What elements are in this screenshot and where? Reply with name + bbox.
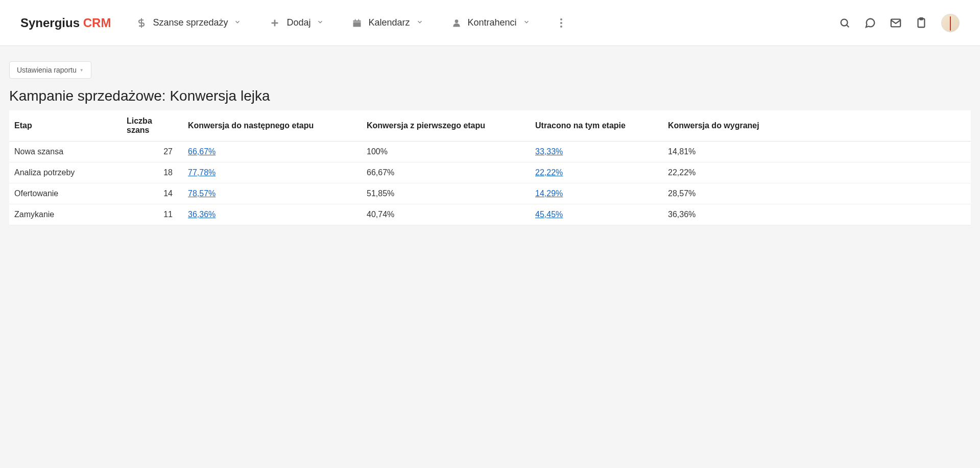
cell-next-conversion: 77,78% — [183, 162, 362, 183]
svg-rect-4 — [355, 19, 356, 20]
main-header: Synergius CRM Szanse sprzedaży Dodaj — [0, 0, 980, 46]
dollar-icon — [136, 18, 147, 28]
nav-calendar[interactable]: Kalendarz — [352, 17, 423, 28]
report-settings-button[interactable]: Ustawienia raportu ▼ — [9, 61, 91, 79]
header-next-conversion: Konwersja do następnego etapu — [183, 110, 362, 142]
table-row: Zamykanie1136,36%40,74%45,45%36,36% — [9, 204, 971, 225]
logo[interactable]: Synergius CRM — [20, 16, 111, 30]
cell-count: 14 — [122, 183, 183, 204]
cell-lost: 33,33% — [530, 142, 663, 162]
svg-rect-2 — [353, 20, 361, 22]
nav-menu: Szanse sprzedaży Dodaj Kalendarz — [136, 16, 839, 30]
cell-lost: 14,29% — [530, 183, 663, 204]
header-first-conversion: Konwersja z pierwszego etapu — [362, 110, 530, 142]
person-icon — [451, 18, 462, 28]
link-next-conversion[interactable]: 78,57% — [188, 189, 216, 198]
svg-rect-5 — [358, 19, 360, 20]
search-icon[interactable] — [839, 17, 850, 29]
content-area: Ustawienia raportu ▼ Kampanie sprzedażow… — [0, 46, 980, 241]
cell-win-conversion: 28,57% — [663, 183, 971, 204]
svg-line-8 — [847, 25, 849, 27]
calendar-icon — [352, 18, 362, 28]
nav-sales-label: Szanse sprzedaży — [153, 17, 228, 28]
cell-lost: 45,45% — [530, 204, 663, 225]
triangle-down-icon: ▼ — [80, 68, 84, 73]
link-lost[interactable]: 14,29% — [535, 189, 563, 198]
nav-sales-opportunities[interactable]: Szanse sprzedaży — [136, 17, 241, 28]
cell-next-conversion: 36,36% — [183, 204, 362, 225]
user-avatar[interactable] — [941, 14, 960, 32]
page-title: Kampanie sprzedażowe: Konwersja lejka — [9, 88, 971, 104]
table-header-row: Etap Liczba szans Konwersja do następneg… — [9, 110, 971, 142]
table-row: Analiza potrzeby1877,78%66,67%22,22%22,2… — [9, 162, 971, 183]
cell-win-conversion: 14,81% — [663, 142, 971, 162]
cell-stage: Ofertowanie — [9, 183, 122, 204]
svg-rect-3 — [353, 22, 361, 27]
cell-next-conversion: 66,67% — [183, 142, 362, 162]
nav-calendar-label: Kalendarz — [368, 17, 410, 28]
cell-stage: Nowa szansa — [9, 142, 122, 162]
chat-icon[interactable] — [865, 17, 876, 29]
nav-contractors-label: Kontrahenci — [468, 17, 517, 28]
header-lost: Utracono na tym etapie — [530, 110, 663, 142]
cell-first-conversion: 51,85% — [362, 183, 530, 204]
clipboard-icon[interactable] — [916, 17, 927, 29]
cell-stage: Analiza potrzeby — [9, 162, 122, 183]
plus-icon — [269, 17, 280, 29]
header-win-conversion: Konwersja do wygranej — [663, 110, 971, 142]
link-lost[interactable]: 33,33% — [535, 147, 563, 156]
more-menu-icon[interactable] — [558, 16, 564, 30]
report-settings-label: Ustawienia raportu — [17, 66, 77, 74]
table-row: Ofertowanie1478,57%51,85%14,29%28,57% — [9, 183, 971, 204]
header-stage: Etap — [9, 110, 122, 142]
header-count: Liczba szans — [122, 110, 183, 142]
svg-point-6 — [455, 19, 458, 23]
logo-accent-text: CRM — [83, 16, 111, 30]
table-row: Nowa szansa2766,67%100%33,33%14,81% — [9, 142, 971, 162]
header-right — [839, 14, 960, 32]
link-next-conversion[interactable]: 77,78% — [188, 168, 216, 177]
svg-point-7 — [841, 19, 848, 26]
cell-first-conversion: 40,74% — [362, 204, 530, 225]
cell-next-conversion: 78,57% — [183, 183, 362, 204]
chevron-down-icon — [523, 18, 530, 27]
cell-stage: Zamykanie — [9, 204, 122, 225]
nav-contractors[interactable]: Kontrahenci — [451, 17, 530, 28]
chevron-down-icon — [234, 18, 241, 27]
nav-add[interactable]: Dodaj — [269, 17, 324, 29]
cell-count: 11 — [122, 204, 183, 225]
link-next-conversion[interactable]: 66,67% — [188, 147, 216, 156]
nav-add-label: Dodaj — [286, 17, 310, 28]
chevron-down-icon — [317, 18, 324, 27]
link-lost[interactable]: 22,22% — [535, 168, 563, 177]
cell-win-conversion: 36,36% — [663, 204, 971, 225]
mail-icon[interactable] — [890, 17, 901, 29]
cell-first-conversion: 100% — [362, 142, 530, 162]
cell-first-conversion: 66,67% — [362, 162, 530, 183]
cell-win-conversion: 22,22% — [663, 162, 971, 183]
logo-primary-text: Synergius — [20, 16, 80, 30]
link-next-conversion[interactable]: 36,36% — [188, 210, 216, 219]
cell-count: 18 — [122, 162, 183, 183]
cell-count: 27 — [122, 142, 183, 162]
chevron-down-icon — [416, 18, 423, 27]
cell-lost: 22,22% — [530, 162, 663, 183]
link-lost[interactable]: 45,45% — [535, 210, 563, 219]
funnel-conversion-table: Etap Liczba szans Konwersja do następneg… — [9, 110, 971, 225]
